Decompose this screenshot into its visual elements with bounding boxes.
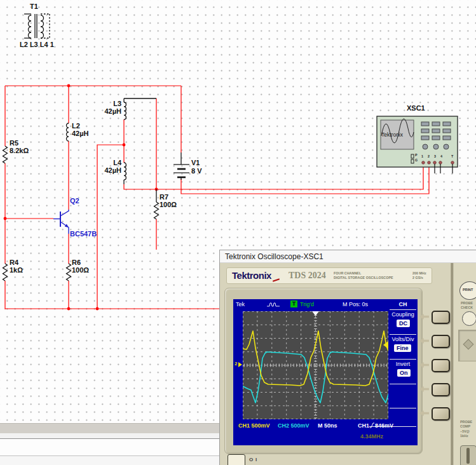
label-q2-ref[interactable]: Q2 — [70, 198, 79, 205]
grid-lines — [243, 311, 388, 419]
multisim-workspace: T1 L2 L3 L4 1 R5 8.2kΩ L2 42µH L3 42µH L… — [0, 0, 476, 465]
menu-invert-value: On — [397, 369, 411, 377]
bandwidth-spec: 200 MHz 2 GS/s — [412, 271, 435, 282]
print-button-label: PRINT — [463, 288, 473, 292]
label-t1[interactable]: T1 — [30, 3, 38, 10]
label-t1-windings[interactable]: L2 L3 L4 1 — [20, 41, 54, 48]
ch2-position-marker[interactable]: 2 — [235, 361, 237, 367]
label-xsc1-ref[interactable]: XSC1 — [407, 105, 425, 112]
probe-comp-label: PROBE COMP ~5V@ 1kHz — [460, 420, 476, 440]
transistor-q2[interactable] — [53, 210, 69, 234]
model-number: TDS 2024 — [289, 271, 326, 281]
battery-v1[interactable] — [173, 165, 189, 177]
soft-menu-button-1[interactable] — [432, 311, 450, 324]
pin-2-label: 2 — [428, 154, 430, 158]
diamond-icon — [463, 339, 474, 350]
label-l3-ref[interactable]: L3 — [95, 100, 121, 107]
menu-separator — [390, 408, 416, 408]
soft-menu-button-2[interactable] — [432, 335, 450, 348]
menu-voltsdiv-value: Fine — [394, 344, 411, 352]
label-l4-value[interactable]: 42µH — [95, 167, 121, 174]
probe-comp-line-1: PROBE — [460, 420, 472, 424]
horizontal-position-readout: M Pos: 0s — [343, 301, 368, 307]
label-v1-value[interactable]: 8 V — [191, 168, 202, 175]
label-r6-ref[interactable]: R6 — [72, 259, 81, 266]
trigger-position-arrow[interactable] — [312, 311, 319, 316]
trigger-flag-icon: T — [290, 300, 297, 307]
label-r5-value[interactable]: 8.2kΩ — [10, 147, 29, 154]
label-l4-ref[interactable]: L4 — [95, 159, 121, 166]
label-r4-ref[interactable]: R4 — [10, 259, 18, 266]
label-r7-value[interactable]: 100Ω — [160, 201, 177, 208]
pin-p-label: P — [415, 153, 418, 157]
oscilloscope-icon-xsc1[interactable] — [377, 116, 458, 173]
label-l3-value[interactable]: 42µH — [95, 108, 121, 115]
scope-screen: Tek T Trig'd M Pos: 0s 2 — [233, 299, 418, 445]
soft-menu-button-3[interactable] — [432, 359, 450, 372]
icon-knobs — [423, 144, 449, 149]
menu-separator — [390, 359, 416, 360]
label-r7-ref[interactable]: R7 — [160, 194, 168, 201]
probe-comp-line-4: 1kHz — [460, 434, 472, 438]
pin-3-label: 3 — [434, 154, 436, 158]
label-v1-ref[interactable]: V1 — [191, 159, 200, 166]
menu-voltsdiv-label: Volts/Div — [388, 336, 418, 342]
trigger-level: 846mV — [375, 422, 393, 429]
label-r5-ref[interactable]: R5 — [10, 140, 18, 147]
probe-check-label: PROBE CHECK — [461, 301, 476, 312]
resistor-r6 — [67, 264, 71, 281]
trigger-status: Trig'd — [300, 301, 314, 307]
resistor-r7 — [154, 202, 159, 219]
spec-line-2: 2 GS/s — [412, 276, 426, 280]
icon-pin-numbers: 1 2 3 4 — [421, 154, 447, 161]
label-l2-value[interactable]: 42µH — [72, 130, 89, 137]
tektronix-logo: Tektronix — [232, 270, 271, 281]
menu-coupling-label: Coupling — [388, 311, 418, 318]
wire-junctions — [4, 84, 158, 311]
print-button[interactable]: PRINT — [459, 281, 476, 300]
inductor-l4 — [124, 163, 126, 180]
frequency-readout: 4.34MHz — [360, 433, 383, 440]
power-button[interactable] — [228, 454, 245, 465]
desc-line-2: DIGITAL STORAGE OSCILLOSCOPE — [334, 276, 393, 280]
menu-title: CH — [388, 301, 418, 307]
timebase-readout: M 50ns — [318, 422, 337, 429]
label-r6-value[interactable]: 100Ω — [72, 267, 89, 274]
trigger-readout: CH1846mV — [358, 422, 393, 429]
power-off-symbol: O — [249, 457, 253, 462]
oscilloscope-window: Tektronix Oscilloscope-XSC1 Tektronix TD… — [219, 250, 476, 465]
icon-screen-brand: Tektronix — [381, 131, 403, 138]
probe-comp-line-2: COMP — [460, 424, 472, 428]
brand-strip: Tektronix TDS 2024 FOUR CHANNEL DIGITAL … — [226, 267, 432, 284]
menu-invert-label: Invert — [388, 361, 418, 367]
probe-check-line-1: PROBE — [461, 301, 473, 305]
terminal-slot — [466, 448, 470, 464]
trigger-waveform-icon — [266, 301, 283, 308]
scope-front-panel: Tektronix TDS 2024 FOUR CHANNEL DIGITAL … — [220, 263, 476, 465]
inductor-l2 — [67, 123, 69, 141]
probe-comp-terminal[interactable] — [460, 445, 476, 465]
menu-separator — [390, 384, 416, 384]
logo-accent — [273, 278, 280, 281]
resistor-r4 — [3, 264, 8, 281]
soft-menu-button-4[interactable] — [432, 383, 450, 396]
pin-1-label: 1 — [421, 154, 423, 158]
spec-line-1: 200 MHz — [412, 271, 426, 275]
menu-separator — [390, 309, 416, 310]
soft-menu-button-5[interactable] — [432, 407, 450, 421]
label-l2-ref[interactable]: L2 — [72, 123, 80, 130]
resistor-r5 — [3, 146, 8, 163]
probe-check-line-2: CHECK — [461, 306, 473, 309]
label-q2-value[interactable]: BC547B — [70, 231, 97, 238]
transformer-t1[interactable] — [24, 14, 50, 38]
menu-coupling-value: DC — [397, 320, 410, 327]
adjustment-well[interactable] — [458, 330, 476, 361]
power-on-symbol: I — [255, 457, 257, 462]
label-r4-value[interactable]: 1kΩ — [10, 267, 23, 274]
trigger-slope-icon — [369, 422, 375, 428]
ch2-scale-readout: CH2 500mV — [278, 422, 309, 429]
inductor-l3 — [124, 102, 126, 119]
probe-check-button[interactable] — [462, 311, 476, 326]
window-titlebar[interactable]: Tektronix Oscilloscope-XSC1 — [220, 250, 476, 263]
menu-separator — [390, 334, 416, 335]
